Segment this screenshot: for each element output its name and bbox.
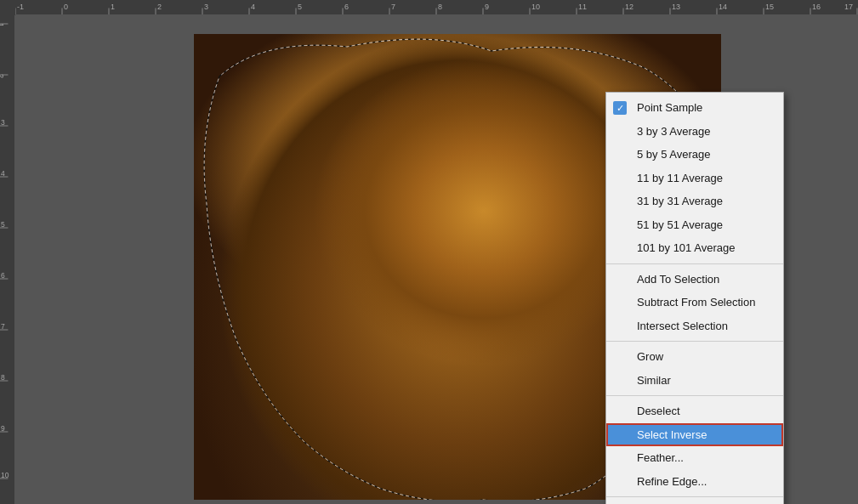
svg-text:7: 7 <box>1 322 5 331</box>
menu-item-label-select-inverse: Select Inverse <box>637 428 707 441</box>
svg-text:4: 4 <box>1 169 5 178</box>
menu-item-label-101by101: 101 by 101 Average <box>637 241 735 254</box>
menu-item-select-inverse[interactable]: Select Inverse <box>606 423 783 447</box>
svg-text:6: 6 <box>344 3 349 12</box>
ruler-corner <box>0 0 15 15</box>
menu-item-label-add-to-sel: Add To Selection <box>637 273 719 286</box>
svg-text:10: 10 <box>1 471 9 479</box>
menu-item-refine-edge[interactable]: Refine Edge... <box>606 470 783 494</box>
menu-item-label-intersect: Intersect Selection <box>637 320 728 332</box>
menu-item-31by31[interactable]: 31 by 31 Average <box>606 190 783 213</box>
vertical-ruler: 1 2 3 4 5 6 7 8 9 10 <box>0 15 15 504</box>
menu-item-label-11by11: 11 by 11 Average <box>637 172 723 184</box>
svg-text:9: 9 <box>1 424 5 433</box>
menu-item-label-feather: Feather... <box>637 451 684 464</box>
svg-text:16: 16 <box>812 3 821 12</box>
menu-item-similar[interactable]: Similar <box>606 369 783 393</box>
svg-text:5: 5 <box>298 3 302 12</box>
svg-text:3: 3 <box>204 3 208 12</box>
menu-item-11by11[interactable]: 11 by 11 Average <box>606 167 783 190</box>
menu-item-101by101[interactable]: 101 by 101 Average <box>606 236 783 260</box>
svg-text:-1: -1 <box>17 3 24 12</box>
svg-text:13: 13 <box>672 3 680 12</box>
menu-item-deselect[interactable]: Deselect <box>606 399 783 423</box>
menu-item-label-deselect: Deselect <box>637 405 680 417</box>
menu-item-label-3by3: 3 by 3 Average <box>637 125 711 138</box>
context-menu: ✓Point Sample3 by 3 Average5 by 5 Averag… <box>605 92 784 504</box>
svg-text:15: 15 <box>765 3 774 12</box>
menu-item-label-point-sample: Point Sample <box>637 101 702 114</box>
svg-text:2: 2 <box>157 3 162 12</box>
menu-item-subtract[interactable]: Subtract From Selection <box>606 291 783 314</box>
svg-text:2: 2 <box>0 74 5 78</box>
svg-text:6: 6 <box>1 271 5 280</box>
menu-item-label-grow: Grow <box>637 350 663 363</box>
menu-item-feather[interactable]: Feather... <box>606 446 783 470</box>
menu-item-add-to-sel[interactable]: Add To Selection <box>606 268 783 292</box>
svg-text:8: 8 <box>1 373 5 382</box>
menu-item-intersect[interactable]: Intersect Selection <box>606 314 783 338</box>
svg-text:14: 14 <box>719 3 727 12</box>
svg-text:0: 0 <box>64 3 68 12</box>
menu-item-label-refine-edge: Refine Edge... <box>637 475 707 488</box>
menu-item-51by51[interactable]: 51 by 51 Average <box>606 213 783 237</box>
svg-text:1: 1 <box>0 23 5 27</box>
svg-text:1: 1 <box>111 3 115 12</box>
horizontal-ruler: -1 0 1 2 3 4 5 6 7 8 9 10 11 12 <box>15 0 858 15</box>
svg-text:17: 17 <box>844 3 853 12</box>
menu-item-label-subtract: Subtract From Selection <box>637 296 755 309</box>
svg-text:4: 4 <box>251 3 255 12</box>
menu-separator <box>606 496 783 497</box>
menu-item-label-similar: Similar <box>637 374 671 387</box>
checkmark-icon: ✓ <box>613 101 627 115</box>
svg-text:10: 10 <box>531 3 540 12</box>
svg-text:5: 5 <box>1 220 5 229</box>
menu-item-label-51by51: 51 by 51 Average <box>637 218 723 231</box>
svg-text:8: 8 <box>438 3 442 12</box>
menu-item-3by3[interactable]: 3 by 3 Average <box>606 120 783 144</box>
svg-text:7: 7 <box>391 3 395 12</box>
menu-item-5by5[interactable]: 5 by 5 Average <box>606 143 783 167</box>
menu-separator <box>606 341 783 342</box>
svg-text:11: 11 <box>578 3 587 12</box>
menu-separator <box>606 395 783 396</box>
menu-item-save-selection[interactable]: Save Selection... <box>606 501 783 504</box>
menu-item-label-5by5: 5 by 5 Average <box>637 148 711 161</box>
svg-text:3: 3 <box>1 118 5 127</box>
menu-item-grow[interactable]: Grow <box>606 345 783 369</box>
menu-item-point-sample[interactable]: ✓Point Sample <box>606 96 783 120</box>
menu-separator <box>606 263 783 264</box>
svg-text:9: 9 <box>485 3 489 12</box>
svg-text:12: 12 <box>625 3 634 12</box>
menu-item-label-31by31: 31 by 31 Average <box>637 195 723 207</box>
